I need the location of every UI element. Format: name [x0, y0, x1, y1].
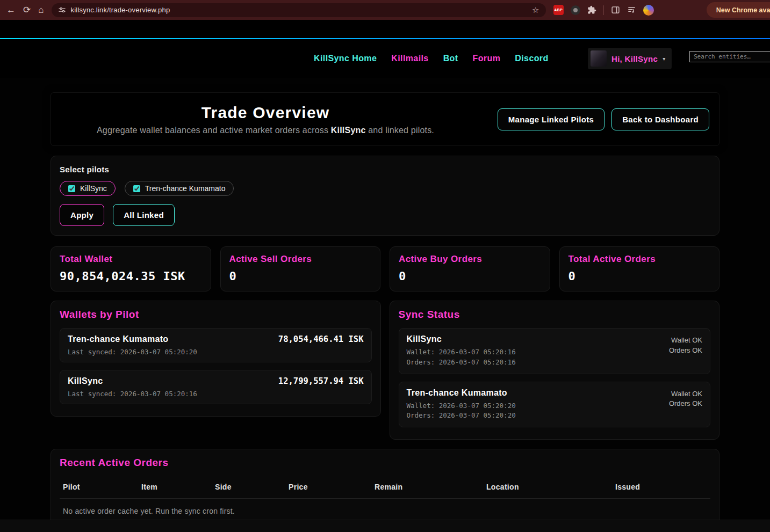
trade-overview-header: Trade Overview Aggregate wallet balances… — [51, 92, 719, 146]
wallets-by-pilot-panel: Wallets by Pilot Tren-chance Kumamato 78… — [51, 301, 381, 417]
column-header-side: Side — [215, 483, 289, 491]
wallet-amount: 12,799,557.94 ISK — [278, 376, 364, 386]
sync-wallet-time: Wallet: 2026-03-07 05:20:16 — [407, 347, 516, 358]
user-greeting: Hi, KillSync — [611, 54, 658, 63]
all-linked-button[interactable]: All Linked — [113, 204, 175, 226]
stat-label: Total Wallet — [60, 254, 202, 265]
orders-panel-title: Recent Active Orders — [60, 457, 710, 469]
wallet-pilot-name: KillSync — [68, 376, 103, 386]
column-header-issued: Issued — [615, 483, 707, 491]
back-to-dashboard-button[interactable]: Back to Dashboard — [611, 108, 709, 130]
stat-active-buy-orders: Active Buy Orders 0 — [390, 246, 550, 291]
column-header-remain: Remain — [375, 483, 486, 491]
side-panel-icon[interactable] — [611, 5, 620, 14]
subtitle-prefix: Aggregate wallet balances and active mar… — [97, 126, 331, 135]
manage-linked-pilots-button[interactable]: Manage Linked Pilots — [498, 108, 605, 130]
stat-value: 0 — [229, 269, 372, 283]
orders-status-badge: Orders OK — [669, 346, 702, 356]
back-icon[interactable]: ← — [6, 5, 16, 14]
pilot-checkbox-tren-chance[interactable] — [133, 185, 140, 192]
page-title: Trade Overview — [61, 104, 470, 122]
sync-status-panel: Sync Status KillSync Wallet: 2026-03-07 … — [390, 301, 720, 440]
bookmark-star-icon[interactable]: ☆ — [532, 5, 539, 15]
stat-value: 0 — [568, 269, 711, 283]
main-container: Trade Overview Aggregate wallet balances… — [51, 92, 719, 528]
pilot-select-label: Select pilots — [60, 165, 710, 174]
hero-buttons: Manage Linked Pilots Back to Dashboard — [498, 108, 709, 130]
refresh-icon[interactable]: ⟳ — [23, 5, 31, 14]
stat-label: Total Active Orders — [568, 254, 711, 265]
home-icon[interactable]: ⌂ — [38, 5, 44, 14]
apply-button[interactable]: Apply — [60, 204, 104, 226]
wallet-last-synced: Last synced: 2026-03-07 05:20:16 — [68, 390, 364, 398]
panels-row: Wallets by Pilot Tren-chance Kumamato 78… — [51, 301, 719, 440]
hero-text: Trade Overview Aggregate wallet balances… — [61, 104, 470, 135]
nav-link-home[interactable]: KillSync Home — [314, 54, 377, 63]
site-settings-tune-icon[interactable] — [58, 6, 66, 14]
page-footer — [0, 520, 770, 532]
stat-active-sell-orders: Active Sell Orders 0 — [220, 246, 381, 291]
pilot-chip-killsync[interactable]: KillSync — [60, 181, 116, 196]
stat-label: Active Sell Orders — [229, 254, 372, 265]
nav-link-discord[interactable]: Discord — [515, 54, 548, 63]
sync-pilot-name: KillSync — [407, 334, 516, 344]
sync-panel-title: Sync Status — [399, 309, 711, 320]
wallets-panel-title: Wallets by Pilot — [60, 309, 372, 320]
chrome-update-button[interactable]: New Chrome availab — [707, 2, 770, 18]
stats-row: Total Wallet 90,854,024.35 ISK Active Se… — [51, 246, 719, 291]
wallet-amount: 78,054,466.41 ISK — [278, 334, 364, 344]
stat-total-wallet: Total Wallet 90,854,024.35 ISK — [51, 246, 211, 291]
page-top-gap — [0, 20, 770, 38]
orders-status-badge: Orders OK — [669, 399, 702, 409]
sync-row: Tren-chance Kumamato Wallet: 2026-03-07 … — [399, 382, 711, 428]
wallet-pilot-name: Tren-chance Kumamato — [68, 334, 168, 344]
screenshot-extension-icon[interactable] — [571, 5, 580, 15]
nav-link-bot[interactable]: Bot — [443, 54, 458, 63]
wallet-status-badge: Wallet OK — [669, 389, 702, 399]
stat-label: Active Buy Orders — [399, 254, 541, 265]
subtitle-brand: KillSync — [331, 126, 366, 135]
orders-table-header: Pilot Item Side Price Remain Location Is… — [60, 476, 710, 499]
pilot-chip-label: Tren-chance Kumamato — [145, 184, 226, 193]
stat-total-active-orders: Total Active Orders 0 — [559, 246, 720, 291]
site-navbar: KillSync Home Killmails Bot Forum Discor… — [0, 39, 770, 78]
sync-orders-time: Orders: 2026-03-07 05:20:16 — [407, 358, 516, 368]
browser-toolbar: ← ⟳ ⌂ killsync.link/trade-overview.php ☆… — [0, 0, 770, 20]
orders-empty-message: No active order cache yet. Run the sync … — [60, 499, 710, 515]
url-text[interactable]: killsync.link/trade-overview.php — [71, 6, 528, 14]
subtitle-suffix: and linked pilots. — [366, 126, 434, 135]
column-header-item: Item — [141, 483, 215, 491]
wallet-last-synced: Last synced: 2026-03-07 05:20:20 — [68, 348, 364, 356]
column-header-location: Location — [486, 483, 615, 491]
sync-wallet-time: Wallet: 2026-03-07 05:20:20 — [407, 401, 516, 411]
user-avatar — [591, 50, 607, 67]
nav-links: KillSync Home Killmails Bot Forum Discor… — [314, 39, 549, 78]
pilot-buttons: Apply All Linked — [60, 204, 710, 226]
adblock-extension-icon[interactable]: ABP — [553, 5, 564, 15]
search-input[interactable] — [689, 51, 770, 62]
pilot-chips: KillSync Tren-chance Kumamato — [60, 181, 710, 196]
pilot-checkbox-killsync[interactable] — [68, 185, 75, 192]
stat-value: 0 — [399, 269, 541, 283]
sync-row: KillSync Wallet: 2026-03-07 05:20:16 Ord… — [399, 328, 711, 374]
nav-link-forum[interactable]: Forum — [473, 54, 501, 63]
extensions-puzzle-icon[interactable] — [587, 5, 596, 14]
extensions-area: ABP — [553, 5, 654, 16]
sync-orders-time: Orders: 2026-03-07 05:20:20 — [407, 411, 516, 421]
recent-active-orders-panel: Recent Active Orders Pilot Item Side Pri… — [51, 449, 719, 528]
profile-avatar-icon[interactable] — [643, 5, 654, 16]
address-bar[interactable]: killsync.link/trade-overview.php ☆ — [52, 3, 546, 17]
page-subtitle: Aggregate wallet balances and active mar… — [61, 126, 470, 135]
pilot-select-card: Select pilots KillSync Tren-chance Kumam… — [51, 156, 719, 236]
user-menu[interactable]: Hi, KillSync ▾ — [588, 48, 672, 69]
stat-value: 90,854,024.35 ISK — [60, 269, 202, 283]
nav-link-killmails[interactable]: Killmails — [391, 54, 428, 63]
column-header-price: Price — [289, 483, 375, 491]
pilot-chip-tren-chance[interactable]: Tren-chance Kumamato — [125, 181, 234, 196]
wallet-row: KillSync 12,799,557.94 ISK Last synced: … — [60, 370, 372, 404]
chevron-down-icon: ▾ — [663, 56, 665, 62]
toolbar-separator — [603, 5, 604, 15]
wallet-row: Tren-chance Kumamato 78,054,466.41 ISK L… — [60, 328, 372, 362]
media-controls-icon[interactable] — [627, 5, 636, 14]
sync-pilot-name: Tren-chance Kumamato — [407, 388, 516, 398]
